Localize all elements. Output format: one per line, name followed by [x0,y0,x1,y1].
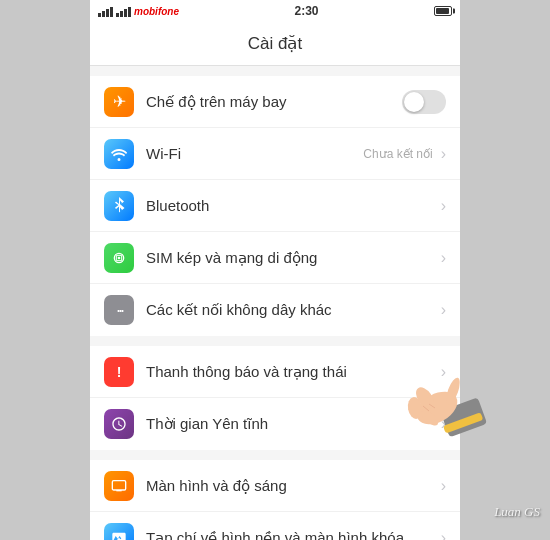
sim-label: SIM kép và mạng di động [146,249,437,267]
status-right [434,6,452,16]
settings-item-wallpaper[interactable]: Tạp chí về hình nền và màn hình khóa › [90,512,460,540]
airplane-label: Chế độ trên máy bay [146,93,402,111]
status-time: 2:30 [294,4,318,18]
wifi-label: Wi-Fi [146,145,363,162]
wifi-chevron: › [441,145,446,163]
bluetooth-chevron: › [441,197,446,215]
settings-item-bluetooth[interactable]: Bluetooth › [90,180,460,232]
wifi-status-text: Chưa kết nối [363,147,432,161]
quiet-right: › [437,415,446,433]
display-chevron: › [441,477,446,495]
settings-item-sim[interactable]: SIM kép và mạng di động › [90,232,460,284]
quiet-chevron: › [441,415,446,433]
airplane-toggle-switch[interactable] [402,90,446,114]
sim-right: › [437,249,446,267]
signal-bars [98,5,113,17]
settings-group-display: Màn hình và độ sáng › Tạp chí về hình nề… [90,460,460,540]
battery-fill [436,8,449,14]
carrier-label: mobifone [134,6,179,17]
notification-chevron: › [441,363,446,381]
settings-item-notification[interactable]: ! Thanh thông báo và trạng thái › [90,346,460,398]
settings-item-more-connections[interactable]: ··· Các kết nối không dây khác › [90,284,460,336]
settings-item-quiet[interactable]: Thời gian Yên tĩnh › [90,398,460,450]
svg-point-1 [118,256,121,259]
quiet-icon [104,409,134,439]
sim-icon [104,243,134,273]
battery-icon [434,6,452,16]
bluetooth-right: › [437,197,446,215]
status-bar: mobifone 2:30 [90,0,460,22]
more-connections-chevron: › [441,301,446,319]
settings-group-connectivity: ✈ Chế độ trên máy bay Wi-Fi Chưa kết nối [90,76,460,336]
airplane-icon: ✈ [104,87,134,117]
phone-frame: mobifone 2:30 Cài đặt ✈ Chế độ trên máy … [90,0,460,540]
signal-bars-2 [116,5,131,17]
wallpaper-label: Tạp chí về hình nền và màn hình khóa [146,529,437,541]
settings-group-notifications: ! Thanh thông báo và trạng thái › Thời g… [90,346,460,450]
bluetooth-label: Bluetooth [146,197,437,214]
display-icon [104,471,134,501]
sim-chevron: › [441,249,446,267]
svg-rect-2 [112,480,125,489]
bluetooth-icon [104,191,134,221]
more-connections-label: Các kết nối không dây khác [146,301,437,319]
wallpaper-right: › [437,529,446,541]
title-bar: Cài đặt [90,22,460,66]
more-connections-right: › [437,301,446,319]
quiet-label: Thời gian Yên tĩnh [146,415,437,433]
wifi-icon [104,139,134,169]
wifi-status: Chưa kết nối › [363,145,446,163]
airplane-toggle[interactable] [402,90,446,114]
more-connections-icon: ··· [104,295,134,325]
svg-rect-3 [116,490,121,491]
wallpaper-chevron: › [441,529,446,541]
notification-right: › [437,363,446,381]
settings-content[interactable]: ✈ Chế độ trên máy bay Wi-Fi Chưa kết nối [90,66,460,540]
display-right: › [437,477,446,495]
wallpaper-icon [104,523,134,541]
settings-item-airplane[interactable]: ✈ Chế độ trên máy bay [90,76,460,128]
notification-label: Thanh thông báo và trạng thái [146,363,437,381]
watermark: Luan GS [494,504,540,520]
notification-icon: ! [104,357,134,387]
page-title: Cài đặt [248,33,302,54]
page-wrapper: mobifone 2:30 Cài đặt ✈ Chế độ trên máy … [0,0,550,540]
settings-item-display[interactable]: Màn hình và độ sáng › [90,460,460,512]
status-left: mobifone [98,5,179,17]
display-label: Màn hình và độ sáng [146,477,437,495]
settings-item-wifi[interactable]: Wi-Fi Chưa kết nối › [90,128,460,180]
